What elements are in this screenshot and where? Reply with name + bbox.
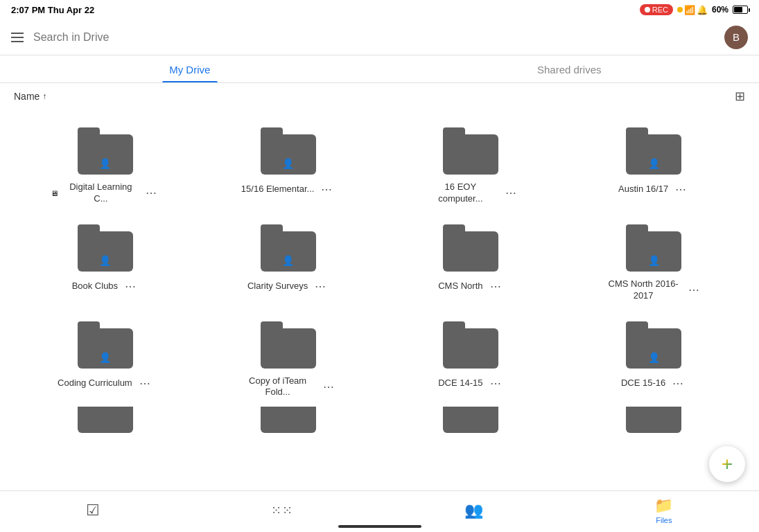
status-indicators: 📶 🔔 [677, 5, 708, 15]
grid-view-button[interactable]: ⊞ [735, 89, 745, 104]
home-indicator [338, 525, 421, 528]
rec-indicator: REC [640, 4, 673, 15]
avatar[interactable]: B [724, 26, 748, 49]
more-options-button[interactable]: ⋯ [487, 375, 504, 391]
nav-files-label: Files [656, 516, 672, 524]
folder-icon [78, 418, 133, 433]
tabs: My Drive Shared drives [0, 55, 759, 83]
file-item[interactable] [14, 407, 197, 441]
folder-icon: 👤 [626, 224, 681, 272]
file-item[interactable]: 👤 CMS North 2016-2017 ⋯ [562, 213, 745, 310]
file-name: Digital Learning C... [62, 181, 139, 205]
file-name: Clarity Surveys [247, 281, 308, 292]
folder-icon: 👤 [78, 321, 133, 369]
battery-icon [733, 6, 748, 14]
status-bar: 2:07 PM Thu Apr 22 REC 📶 🔔 60% [0, 0, 759, 19]
nav-item-apps[interactable]: ⁙⁙ [271, 503, 293, 518]
folder-icon: 👤 [78, 127, 133, 175]
file-name: Austin 16/17 [618, 184, 668, 195]
tab-my-drive[interactable]: My Drive [0, 55, 380, 82]
more-options-button[interactable]: ⋯ [503, 185, 519, 201]
search-input[interactable] [33, 31, 724, 44]
file-item[interactable]: 👤 15/16 Elementar... ⋯ [197, 116, 380, 213]
more-options-button[interactable]: ⋯ [143, 185, 159, 201]
add-button[interactable]: + [709, 446, 745, 482]
folder-icon: 👤 [626, 127, 681, 175]
file-item[interactable]: CMS North ⋯ [380, 213, 563, 310]
nav-item-people[interactable]: 👥 [464, 502, 483, 520]
more-options-button[interactable]: ⋯ [318, 181, 335, 197]
more-options-button[interactable]: ⋯ [670, 375, 686, 391]
file-item[interactable]: 👤 Coding Curriculum ⋯ [14, 310, 197, 407]
folder-icon: 👤 [261, 127, 316, 175]
file-item[interactable]: 👤 Book Clubs ⋯ [14, 213, 197, 310]
file-item[interactable]: DCE 14-15 ⋯ [380, 310, 563, 407]
folder-icon [261, 321, 316, 369]
file-item[interactable] [562, 407, 745, 441]
battery-percent: 60% [712, 5, 729, 15]
sort-arrow-icon: ↑ [42, 91, 46, 101]
add-icon: + [722, 454, 733, 474]
file-grid: 👤 🖥 Digital Learning C... ⋯ 👤 15/16 Elem… [0, 109, 759, 448]
file-item[interactable] [197, 407, 380, 441]
more-options-button[interactable]: ⋯ [312, 278, 329, 294]
menu-button[interactable] [11, 33, 24, 42]
status-time: 2:07 PM Thu Apr 22 [11, 5, 94, 15]
more-options-button[interactable]: ⋯ [137, 375, 153, 391]
folder-icon [443, 127, 498, 175]
file-item[interactable]: 16 EOY computer... ⋯ [380, 116, 563, 213]
folder-icon: 👤 [626, 321, 681, 369]
folder-icon: 👤 [78, 224, 133, 272]
folder-icon [443, 224, 498, 272]
file-name: CMS North [438, 281, 482, 292]
folder-icon [443, 321, 498, 369]
people-icon: 👥 [464, 502, 483, 520]
file-name: Copy of iTeam Fold... [240, 375, 316, 399]
file-name: DCE 15-16 [621, 378, 665, 389]
checkbox-icon: ☑ [86, 502, 100, 520]
file-item[interactable]: 👤 🖥 Digital Learning C... ⋯ [14, 116, 197, 213]
file-item[interactable]: Copy of iTeam Fold... ⋯ [197, 310, 380, 407]
files-icon: 📁 [654, 497, 673, 515]
status-icons: REC 📶 🔔 60% [640, 4, 748, 15]
file-name: DCE 14-15 [438, 378, 482, 389]
more-options-button[interactable]: ⋯ [487, 278, 504, 294]
file-name: CMS North 2016-2017 [605, 278, 681, 302]
file-name: Coding Curriculum [58, 378, 132, 389]
folder-icon [626, 418, 681, 433]
nav-item-files[interactable]: 📁 Files [654, 497, 673, 524]
more-options-button[interactable]: ⋯ [122, 278, 139, 294]
sort-button[interactable]: Name ↑ [14, 91, 46, 102]
apps-icon: ⁙⁙ [271, 503, 293, 518]
more-options-button[interactable]: ⋯ [672, 181, 689, 197]
file-item[interactable] [380, 407, 563, 441]
file-name: Book Clubs [72, 281, 118, 292]
tab-shared-drives[interactable]: Shared drives [380, 55, 760, 82]
folder-icon [443, 418, 498, 433]
file-item[interactable]: 👤 DCE 15-16 ⋯ [562, 310, 745, 407]
file-item[interactable]: 👤 Clarity Surveys ⋯ [197, 213, 380, 310]
file-name: 16 EOY computer... [422, 181, 498, 205]
nav-item-checkbox[interactable]: ☑ [86, 502, 100, 520]
file-name: 15/16 Elementar... [241, 184, 315, 195]
more-options-button[interactable]: ⋯ [320, 379, 337, 395]
search-bar: B [0, 19, 759, 55]
file-item[interactable]: 👤 Austin 16/17 ⋯ [562, 116, 745, 213]
more-options-button[interactable]: ⋯ [686, 282, 702, 298]
folder-icon: 👤 [261, 224, 316, 272]
folder-icon [261, 418, 316, 433]
toolbar: Name ↑ ⊞ [0, 83, 759, 109]
